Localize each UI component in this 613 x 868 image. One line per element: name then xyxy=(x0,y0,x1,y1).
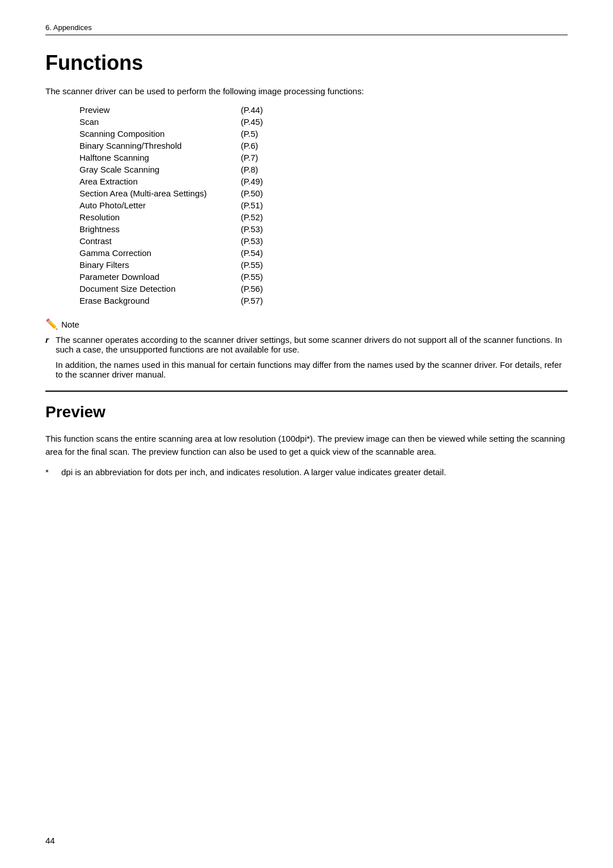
footnote-text: dpi is an abbreviation for dots per inch… xyxy=(61,466,446,479)
table-row: Binary Scanning/Threshold(P.6) xyxy=(79,140,263,152)
function-label: Section Area (Multi-area Settings) xyxy=(79,187,241,199)
note-content: The scanner operates according to the sc… xyxy=(56,335,568,354)
function-page: (P.7) xyxy=(241,152,263,163)
function-label: Scanning Composition xyxy=(79,128,241,140)
function-label: Scan xyxy=(79,116,241,128)
footnote-star: * xyxy=(45,466,57,479)
table-row: Preview(P.44) xyxy=(79,104,263,116)
function-page: (P.54) xyxy=(241,247,263,259)
note-item: In addition, the names used in this manu… xyxy=(45,360,568,379)
section-divider xyxy=(45,391,568,392)
function-page: (P.50) xyxy=(241,187,263,199)
table-row: Scanning Composition(P.5) xyxy=(79,128,263,140)
function-label: Preview xyxy=(79,104,241,116)
function-page: (P.55) xyxy=(241,259,263,271)
function-page: (P.5) xyxy=(241,128,263,140)
table-row: Section Area (Multi-area Settings)(P.50) xyxy=(79,187,263,199)
function-page: (P.49) xyxy=(241,175,263,187)
function-page: (P.56) xyxy=(241,283,263,295)
page-title: Functions xyxy=(45,51,568,75)
function-label: Auto Photo/Letter xyxy=(79,199,241,211)
preview-section-title: Preview xyxy=(45,403,568,421)
page-number: 44 xyxy=(45,836,55,845)
note-item: rThe scanner operates according to the s… xyxy=(45,335,568,354)
table-row: Auto Photo/Letter(P.51) xyxy=(79,199,263,211)
function-label: Erase Background xyxy=(79,295,241,307)
functions-table: Preview(P.44)Scan(P.45)Scanning Composit… xyxy=(79,104,568,307)
function-page: (P.6) xyxy=(241,140,263,152)
function-label: Area Extraction xyxy=(79,175,241,187)
function-label: Halftone Scanning xyxy=(79,152,241,163)
preview-body-text: This function scans the entire scanning … xyxy=(45,433,568,458)
function-label: Gamma Correction xyxy=(79,247,241,259)
function-page: (P.53) xyxy=(241,223,263,235)
table-row: Halftone Scanning(P.7) xyxy=(79,152,263,163)
table-row: Scan(P.45) xyxy=(79,116,263,128)
function-page: (P.53) xyxy=(241,235,263,247)
function-page: (P.45) xyxy=(241,116,263,128)
table-row: Document Size Detection(P.56) xyxy=(79,283,263,295)
table-row: Gamma Correction(P.54) xyxy=(79,247,263,259)
function-page: (P.55) xyxy=(241,271,263,283)
breadcrumb-text: 6. Appendices xyxy=(45,23,92,32)
note-content: In addition, the names used in this manu… xyxy=(56,360,568,379)
function-page: (P.57) xyxy=(241,295,263,307)
function-page: (P.51) xyxy=(241,199,263,211)
function-label: Gray Scale Scanning xyxy=(79,163,241,175)
function-page: (P.8) xyxy=(241,163,263,175)
table-row: Resolution(P.52) xyxy=(79,211,263,223)
table-row: Contrast(P.53) xyxy=(79,235,263,247)
table-row: Parameter Download(P.55) xyxy=(79,271,263,283)
table-row: Binary Filters(P.55) xyxy=(79,259,263,271)
intro-text: The scanner driver can be used to perfor… xyxy=(45,86,568,96)
function-label: Binary Scanning/Threshold xyxy=(79,140,241,152)
note-section: ✏️ Note rThe scanner operates according … xyxy=(45,318,568,379)
table-row: Brightness(P.53) xyxy=(79,223,263,235)
note-icon: ✏️ xyxy=(45,318,58,330)
function-label: Contrast xyxy=(79,235,241,247)
function-page: (P.52) xyxy=(241,211,263,223)
function-label: Brightness xyxy=(79,223,241,235)
footnote: * dpi is an abbreviation for dots per in… xyxy=(45,466,568,479)
note-bullet: r xyxy=(45,335,52,354)
function-label: Document Size Detection xyxy=(79,283,241,295)
note-bullet xyxy=(45,360,52,379)
breadcrumb: 6. Appendices xyxy=(45,23,568,35)
function-label: Resolution xyxy=(79,211,241,223)
note-header: ✏️ Note xyxy=(45,318,568,330)
function-label: Binary Filters xyxy=(79,259,241,271)
function-label: Parameter Download xyxy=(79,271,241,283)
note-items: rThe scanner operates according to the s… xyxy=(45,335,568,379)
note-label: Note xyxy=(61,320,79,329)
table-row: Area Extraction(P.49) xyxy=(79,175,263,187)
table-row: Erase Background(P.57) xyxy=(79,295,263,307)
function-page: (P.44) xyxy=(241,104,263,116)
table-row: Gray Scale Scanning(P.8) xyxy=(79,163,263,175)
